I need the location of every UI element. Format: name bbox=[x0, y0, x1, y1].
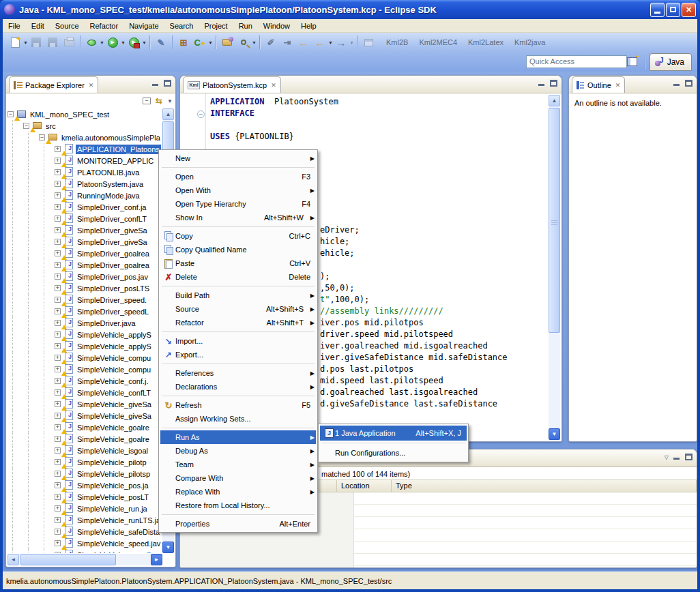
outline-tab[interactable]: Outline ✕ bbox=[572, 76, 625, 93]
kml-button[interactable]: Kml2B bbox=[386, 38, 408, 46]
tab-close-icon[interactable]: ✕ bbox=[271, 82, 276, 89]
java-perspective-button[interactable]: Java bbox=[650, 53, 692, 71]
context-menu-item[interactable]: Copy Ctrl+C bbox=[160, 229, 316, 243]
menu-item[interactable]: Navigate bbox=[123, 20, 164, 31]
view-menu-icon[interactable]: ▼ bbox=[167, 98, 173, 104]
title-bar[interactable]: Java - KML_mono_SPEC_test/kmelia/autonom… bbox=[0, 0, 700, 19]
expand-expander-icon[interactable]: + bbox=[55, 378, 61, 384]
external-tools-dropdown-icon[interactable]: ▼ bbox=[142, 40, 147, 45]
kml-button[interactable]: Kml2java bbox=[514, 38, 545, 46]
tree-row-file[interactable]: + SimpleVehicle_speed.jav bbox=[8, 537, 162, 549]
print-button[interactable] bbox=[61, 35, 76, 50]
expand-expander-icon[interactable]: + bbox=[55, 262, 61, 268]
submenu-item[interactable]: 1 Java Application Alt+Shift+X, J bbox=[320, 426, 467, 441]
expand-expander-icon[interactable]: + bbox=[55, 181, 61, 187]
tree-row-file[interactable]: + SimpleVehicle_giveSa bbox=[8, 398, 162, 410]
tree-row-file[interactable]: + SimpleDriver_goalrea bbox=[8, 259, 162, 271]
tree-row-file[interactable]: + SimpleVehicle_compu bbox=[8, 352, 162, 364]
tree-row-file[interactable]: + APPLICATION_Platoons bbox=[8, 143, 162, 155]
tree-row-package[interactable]: − kmelia.autonomousSimplePla bbox=[8, 132, 162, 143]
maximize-view-icon[interactable] bbox=[685, 80, 692, 87]
tree-row-src[interactable]: − src bbox=[8, 120, 162, 132]
scroll-down-icon[interactable]: ▼ bbox=[162, 542, 174, 553]
context-menu-item[interactable]: Open F3 bbox=[160, 170, 316, 183]
minimize-view-icon[interactable] bbox=[538, 80, 546, 87]
expand-expander-icon[interactable]: + bbox=[55, 297, 61, 303]
back-dropdown-icon[interactable]: ▼ bbox=[328, 40, 333, 45]
link-with-editor-icon[interactable]: ⇆ bbox=[156, 96, 162, 106]
expand-expander-icon[interactable]: + bbox=[55, 355, 61, 361]
expand-expander-icon[interactable]: + bbox=[55, 540, 61, 546]
scroll-left-icon[interactable]: ◄ bbox=[8, 554, 19, 565]
tree-row-file[interactable]: + SimpleVehicle_speedL bbox=[8, 549, 162, 553]
context-menu-item[interactable]: Refresh F5 bbox=[160, 398, 316, 412]
package-explorer-tab[interactable]: Package Explorer ✕ bbox=[9, 76, 98, 93]
context-menu-item[interactable]: Debug As ▶ bbox=[160, 444, 316, 458]
forward-button[interactable]: → bbox=[334, 35, 349, 50]
expand-expander-icon[interactable]: + bbox=[55, 239, 61, 245]
tree-row-file[interactable]: + SimpleVehicle_applyS bbox=[8, 340, 162, 352]
new-class-dropdown-icon[interactable]: ▼ bbox=[208, 40, 213, 45]
save-all-button[interactable] bbox=[45, 35, 60, 50]
save-button[interactable] bbox=[29, 35, 44, 50]
minimize-button[interactable] bbox=[650, 3, 665, 17]
column-header[interactable] bbox=[688, 480, 697, 492]
context-menu-item[interactable]: Source Alt+Shift+S ▶ bbox=[160, 302, 316, 316]
tree-row-file[interactable]: + SimpleVehicle_confLT bbox=[8, 387, 162, 398]
tree-row-file[interactable]: + SimpleVehicle_safeDista bbox=[8, 526, 162, 537]
new-dropdown-icon[interactable]: ▼ bbox=[23, 40, 28, 45]
expand-expander-icon[interactable]: + bbox=[55, 366, 61, 372]
kml-button[interactable]: Kml2Latex bbox=[468, 38, 504, 46]
context-menu-item[interactable]: Team ▶ bbox=[160, 458, 316, 471]
maximize-view-icon[interactable] bbox=[550, 80, 557, 87]
expand-expander-icon[interactable]: + bbox=[55, 424, 61, 430]
tab-close-icon[interactable]: ✕ bbox=[615, 82, 621, 89]
tree-row-file[interactable]: + SimpleDriver_goalrea bbox=[8, 248, 162, 259]
submenu-item[interactable]: Run Configurations... bbox=[320, 445, 467, 460]
minimize-view-icon[interactable] bbox=[151, 80, 160, 87]
debug-button[interactable] bbox=[84, 35, 99, 50]
expand-expander-icon[interactable]: + bbox=[55, 389, 61, 396]
maximize-view-icon[interactable] bbox=[164, 80, 171, 87]
last-edit-location-button[interactable]: ✐ bbox=[263, 35, 278, 50]
tree-row-file[interactable]: + SimpleDriver_confLT bbox=[8, 213, 162, 224]
expand-expander-icon[interactable]: + bbox=[55, 505, 61, 512]
tree-row-file[interactable]: + SimpleDriver_giveSa bbox=[8, 224, 162, 236]
tree-row-file[interactable]: + SimpleDriver.java bbox=[8, 317, 162, 329]
column-header[interactable]: Type bbox=[392, 480, 688, 492]
context-menu-item[interactable]: Run As ▶ bbox=[160, 430, 316, 444]
run-dropdown-icon[interactable]: ▼ bbox=[121, 40, 126, 45]
tree-row-file[interactable]: + PLATOONLIB.java bbox=[8, 166, 162, 178]
expand-expander-icon[interactable]: + bbox=[55, 447, 61, 454]
context-menu-item[interactable]: Declarations ▶ bbox=[160, 380, 316, 394]
menu-item[interactable]: Run bbox=[233, 20, 258, 31]
collapse-expander-icon[interactable]: − bbox=[39, 134, 45, 140]
go-into-button[interactable]: ⇥ bbox=[280, 35, 295, 50]
tree-row-file[interactable]: + SimpleVehicle_posLT bbox=[8, 491, 162, 503]
context-menu-item[interactable]: Restore from Local History... bbox=[160, 499, 316, 512]
context-menu-item[interactable]: Build Path ▶ bbox=[160, 288, 316, 302]
expand-expander-icon[interactable]: + bbox=[55, 146, 61, 152]
expand-expander-icon[interactable]: + bbox=[55, 331, 61, 338]
collapse-all-icon[interactable]: − bbox=[143, 98, 151, 104]
collapse-expander-icon[interactable]: − bbox=[23, 123, 29, 129]
expand-expander-icon[interactable]: + bbox=[55, 401, 61, 407]
mark-occurrences-button[interactable]: ✎ bbox=[154, 35, 169, 50]
tree-row-file[interactable]: + SimpleVehicle_pilotp bbox=[8, 456, 162, 468]
link-with-editor-button[interactable] bbox=[361, 35, 376, 50]
expand-expander-icon[interactable]: + bbox=[55, 494, 61, 500]
scroll-up-icon[interactable]: ▲ bbox=[162, 108, 174, 120]
tree-row-file[interactable]: + SimpleVehicle_isgoal bbox=[8, 445, 162, 456]
back-button[interactable]: ← bbox=[296, 35, 311, 50]
editor-tab[interactable]: Kml PlatoonSystem.kcp ✕ bbox=[183, 76, 281, 93]
debug-dropdown-icon[interactable]: ▼ bbox=[100, 40, 104, 45]
expand-expander-icon[interactable]: + bbox=[55, 552, 61, 553]
context-menu-item[interactable]: Properties Alt+Enter bbox=[160, 517, 316, 531]
open-element-button[interactable] bbox=[220, 35, 235, 50]
expand-expander-icon[interactable]: + bbox=[55, 285, 61, 291]
tab-close-icon[interactable]: ✕ bbox=[89, 82, 94, 89]
context-menu-item[interactable]: Export... bbox=[160, 348, 316, 361]
expand-expander-icon[interactable]: + bbox=[55, 169, 61, 175]
tree-row-file[interactable]: + SimpleVehicle_compu bbox=[8, 364, 162, 375]
tree-row-file[interactable]: + SimpleDriver_posLTS bbox=[8, 282, 162, 294]
